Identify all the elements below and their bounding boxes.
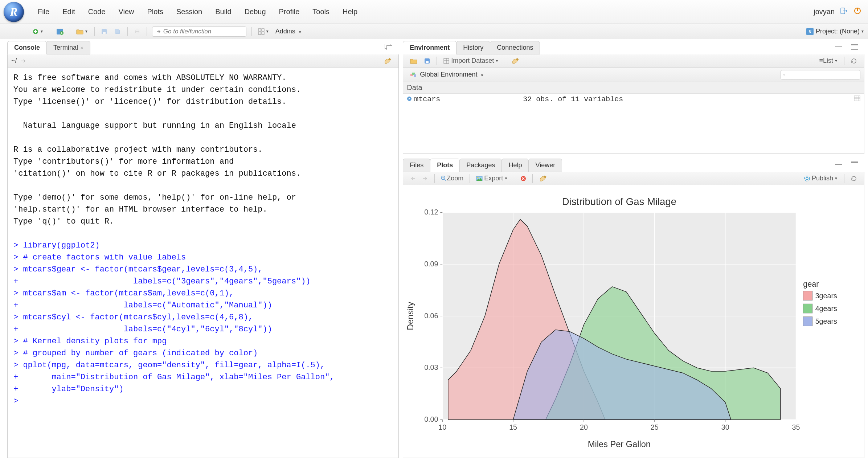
svg-rect-9 [115, 29, 119, 33]
goto-input[interactable] [163, 28, 242, 35]
svg-text:0.12: 0.12 [424, 208, 438, 216]
save-workspace-icon[interactable] [421, 57, 433, 65]
goto-file-function[interactable] [152, 26, 246, 37]
scope-dropdown[interactable]: Global Environment ▼ [420, 71, 484, 78]
clear-console-icon[interactable] [381, 57, 394, 65]
tab-connections[interactable]: Connections [490, 41, 540, 54]
svg-rect-15 [258, 32, 261, 34]
svg-rect-14 [262, 29, 264, 31]
clear-plots-icon[interactable] [536, 174, 549, 183]
minimize-pane-icon[interactable] [382, 43, 395, 52]
console-output[interactable]: R is free software and comes with ABSOLU… [7, 68, 399, 458]
publish-button[interactable]: Publish ▼ [801, 173, 840, 183]
menu-view[interactable]: View [112, 8, 141, 16]
print-button[interactable] [131, 28, 143, 36]
menu-build[interactable]: Build [209, 8, 238, 16]
svg-point-44 [804, 176, 810, 181]
maximize-pane-icon[interactable] [848, 160, 861, 168]
svg-text:15: 15 [509, 423, 517, 431]
plots-pane: Files Plots Packages Help Viewer Zoom E [403, 159, 864, 458]
menu-edit[interactable]: Edit [56, 8, 81, 16]
tab-console[interactable]: Console [7, 41, 47, 54]
signout-icon[interactable] [838, 7, 851, 16]
svg-text:4gears: 4gears [815, 304, 837, 312]
addins-menu[interactable]: Addins ▼ [273, 28, 305, 35]
svg-rect-12 [136, 32, 139, 34]
menu-profile[interactable]: Profile [273, 8, 306, 16]
plots-toolbar: Zoom Export ▼ Publish ▼ [403, 172, 864, 185]
maximize-pane-icon[interactable] [848, 43, 861, 51]
export-button[interactable]: Export ▼ [474, 173, 510, 183]
project-menu[interactable]: RProject: (None) ▼ [806, 28, 864, 35]
tab-plots[interactable]: Plots [430, 159, 460, 172]
env-body: Data mtcars 32 obs. of 11 variables [403, 82, 864, 154]
zoom-button[interactable]: Zoom [438, 173, 466, 183]
svg-text:0.00: 0.00 [424, 415, 438, 423]
username: jovyan [814, 8, 838, 16]
grid-button[interactable]: ▼ [255, 27, 272, 36]
tab-terminal[interactable]: Terminal× [46, 41, 90, 54]
open-file-button[interactable]: ▼ [74, 28, 91, 36]
svg-text:35: 35 [792, 423, 800, 431]
svg-point-40 [478, 177, 479, 178]
env-search-input[interactable] [785, 71, 858, 78]
collapse-pane-icon[interactable] [832, 43, 845, 51]
tab-help[interactable]: Help [501, 159, 529, 172]
import-dataset-button[interactable]: Import Dataset ▼ [441, 56, 501, 66]
console-commands: > library(ggplot2) > # create factors wi… [13, 241, 335, 406]
svg-line-36 [445, 179, 446, 181]
save-button[interactable] [98, 27, 110, 36]
svg-text:Density: Density [406, 302, 415, 330]
svg-point-27 [783, 74, 785, 75]
save-all-button[interactable] [111, 27, 124, 36]
console-tabbar: Console Terminal× [7, 41, 399, 54]
next-plot-icon[interactable] [420, 175, 431, 182]
new-file-button[interactable]: ▼ [30, 27, 46, 36]
working-dir: ~/ [11, 57, 17, 65]
svg-text:25: 25 [651, 423, 659, 431]
menu-tools[interactable]: Tools [306, 8, 336, 16]
power-icon[interactable] [851, 7, 864, 17]
svg-text:Distribution of Gas Milage: Distribution of Gas Milage [562, 196, 676, 207]
svg-text:10: 10 [439, 423, 447, 431]
global-toolbar: ▼ ▼ ▼ Addins ▼ RProject: (None) ▼ [0, 24, 868, 39]
tab-viewer[interactable]: Viewer [528, 159, 562, 172]
env-tabbar: Environment History Connections [403, 41, 864, 54]
svg-rect-83 [803, 291, 813, 300]
refresh-plot-icon[interactable] [848, 174, 860, 183]
menu-help[interactable]: Help [336, 8, 364, 16]
plot-canvas: 1015202530350.000.030.060.090.12Miles Pe… [403, 185, 864, 458]
svg-point-43 [806, 177, 808, 180]
env-var-name: mtcars [414, 95, 523, 103]
svg-rect-11 [136, 29, 139, 31]
tab-files[interactable]: Files [403, 159, 430, 172]
svg-rect-13 [258, 29, 261, 31]
close-icon[interactable]: × [80, 45, 83, 51]
view-data-icon[interactable] [854, 95, 860, 103]
expand-icon[interactable] [407, 95, 412, 103]
collapse-pane-icon[interactable] [832, 160, 845, 168]
menu-code[interactable]: Code [82, 8, 112, 16]
menu-session[interactable]: Session [170, 8, 209, 16]
scope-icon [408, 70, 419, 79]
list-view-button[interactable]: ≡ List ▼ [817, 56, 840, 66]
clear-env-icon[interactable] [509, 57, 522, 65]
load-workspace-icon[interactable] [408, 57, 420, 65]
remove-plot-icon[interactable] [518, 175, 529, 183]
prev-plot-icon[interactable] [408, 175, 418, 182]
refresh-env-icon[interactable] [848, 57, 860, 65]
wd-arrow-icon[interactable] [18, 57, 29, 65]
new-project-button[interactable] [54, 27, 66, 36]
tab-history[interactable]: History [456, 41, 490, 54]
menu-debug[interactable]: Debug [238, 8, 273, 16]
env-scope-bar: Global Environment ▼ [403, 68, 864, 82]
tab-packages[interactable]: Packages [459, 159, 502, 172]
menu-plots[interactable]: Plots [141, 8, 170, 16]
svg-text:0.03: 0.03 [424, 363, 438, 371]
menu-file[interactable]: File [31, 8, 56, 16]
console-banner: R is free software and comes with ABSOLU… [13, 73, 301, 226]
tab-environment[interactable]: Environment [403, 41, 456, 54]
env-search[interactable] [781, 70, 860, 79]
env-row-mtcars[interactable]: mtcars 32 obs. of 11 variables [403, 94, 864, 105]
svg-rect-16 [262, 32, 264, 34]
